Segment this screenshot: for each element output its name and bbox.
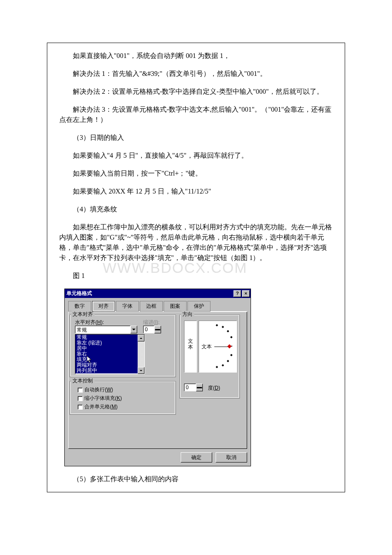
tab-font[interactable]: 字体 bbox=[116, 301, 139, 312]
chevron-down-icon bbox=[155, 329, 161, 334]
group-text-align: 文本对齐 水平对齐(H): 常规 缩进(I): 0 bbox=[69, 315, 176, 377]
checkbox-merge-cells[interactable]: 合并单元格(M) bbox=[78, 403, 118, 410]
paragraph: 如果要输入 20XX 年 12 月 5 日，输入"11/12/5" bbox=[59, 186, 333, 197]
paragraph: 如果想在工作簿中加入漂亮的横条纹，可以利用对齐方式中的填充功能。先在一单元格内填… bbox=[59, 222, 333, 263]
degree-value: 0 bbox=[184, 384, 196, 391]
tab-panel-alignment: 文本对齐 水平对齐(H): 常规 缩进(I): 0 bbox=[68, 312, 247, 449]
scroll-down-button[interactable] bbox=[138, 367, 144, 374]
h-align-listbox[interactable]: 常规 靠左 (缩进) 居中 靠右 填充 两端对齐 跨列居中 bbox=[75, 334, 145, 374]
checkbox-box bbox=[78, 396, 83, 401]
scroll-up-button[interactable] bbox=[138, 335, 144, 341]
chevron-down-icon bbox=[132, 329, 135, 330]
indent-label: 缩进(I): bbox=[143, 319, 160, 326]
vertical-text-label: 文本 bbox=[185, 338, 196, 350]
paragraph: 解决办法 3：先设置单元格格式-数字中选文本,然后输入"001"。（"001"会… bbox=[59, 104, 333, 125]
close-button[interactable]: × bbox=[242, 290, 250, 297]
paragraph: 如果直接输入"001"，系统会自动判断 001 为数据 1， bbox=[59, 51, 333, 61]
tab-strip: 数字 对齐 字体 边框 图案 保护 bbox=[68, 301, 247, 312]
scroll-track[interactable] bbox=[138, 341, 144, 367]
dial-arc bbox=[202, 324, 234, 370]
chevron-down-icon bbox=[140, 370, 142, 371]
checkbox-shrink-fit[interactable]: 缩小字体填充(K) bbox=[78, 395, 122, 402]
ok-button[interactable]: 确定 bbox=[181, 452, 212, 462]
paragraph: 如果要输入"4 月 5 日"，直接输入"4/5"，再敲回车就行了。 bbox=[59, 150, 333, 161]
tab-border[interactable]: 边框 bbox=[140, 301, 163, 312]
h-align-label: 水平对齐(H): bbox=[75, 319, 104, 326]
h-align-combo[interactable]: 常规 bbox=[75, 326, 137, 333]
dialog-button-row: 确定 取消 bbox=[68, 452, 247, 462]
checkbox-wrap-text[interactable]: 自动换行(W) bbox=[78, 386, 113, 393]
help-button[interactable]: ? bbox=[233, 290, 241, 297]
indent-value: 0 bbox=[143, 326, 154, 333]
vertical-text-button[interactable]: 文本 bbox=[184, 321, 197, 373]
dialog-figure: 单元格格式 ? × 数字 对齐 字体 边框 图案 保护 bbox=[64, 289, 250, 466]
paragraph: 解决办法 1：首先输入"&#39;"（西文单引号），然后输入"001"。 bbox=[59, 69, 333, 79]
group-text-control: 文本控制 自动换行(W) 缩小字体填充(K) 合并单元格(M) bbox=[69, 381, 176, 415]
degree-label: 度(D) bbox=[208, 384, 220, 392]
checkbox-box bbox=[78, 405, 83, 410]
h-align-dropdown-button[interactable] bbox=[130, 326, 137, 333]
paragraph: （5）多张工作表中输入相同的内容 bbox=[59, 474, 333, 484]
dialog-title: 单元格格式 bbox=[66, 290, 233, 297]
degree-spin-buttons[interactable] bbox=[196, 384, 203, 391]
chevron-down-icon bbox=[196, 387, 202, 392]
paragraph: （4）填充条纹 bbox=[59, 204, 333, 214]
checkbox-label: 合并单元格(M) bbox=[84, 403, 118, 410]
tab-number[interactable]: 数字 bbox=[68, 301, 91, 312]
figure-caption: 图 1 bbox=[59, 271, 333, 281]
orientation-dial[interactable]: 文本 bbox=[199, 321, 237, 373]
h-align-value: 常规 bbox=[75, 326, 130, 333]
paragraph: 解决办法 2：设置单元格格式-数字中选择自定义-类型中输入"000"，然后就可以… bbox=[59, 87, 333, 97]
checkbox-label: 缩小字体填充(K) bbox=[84, 395, 122, 402]
listbox-scrollbar[interactable] bbox=[138, 335, 144, 374]
degree-spinner[interactable]: 0 bbox=[184, 384, 203, 391]
group-orientation-legend: 方向 bbox=[182, 311, 193, 318]
group-orientation: 方向 文本 文本 bbox=[179, 315, 240, 399]
tab-pattern[interactable]: 图案 bbox=[164, 301, 187, 312]
tab-alignment[interactable]: 对齐 bbox=[92, 301, 115, 312]
dialog-titlebar[interactable]: 单元格格式 ? × bbox=[65, 289, 251, 298]
chevron-up-icon bbox=[140, 338, 142, 339]
group-text-control-legend: 文本控制 bbox=[72, 377, 94, 384]
indent-spinner[interactable]: 0 bbox=[143, 326, 161, 333]
indent-spin-buttons[interactable] bbox=[154, 326, 161, 333]
h-align-list-items: 常规 靠左 (缩进) 居中 靠右 填充 两端对齐 跨列居中 bbox=[75, 335, 138, 374]
tab-protection[interactable]: 保护 bbox=[187, 301, 210, 312]
checkbox-label: 自动换行(W) bbox=[84, 386, 113, 393]
paragraph: 如果要输入当前日期，按一下"Ctrl+；"键。 bbox=[59, 168, 333, 179]
paragraph: （3）日期的输入 bbox=[59, 133, 333, 143]
group-text-align-legend: 文本对齐 bbox=[72, 311, 94, 318]
cancel-button[interactable]: 取消 bbox=[216, 452, 247, 462]
list-item[interactable]: 跨列居中 bbox=[75, 368, 138, 373]
list-item-selected[interactable]: 填充 bbox=[75, 357, 138, 362]
checkbox-box bbox=[78, 387, 83, 393]
